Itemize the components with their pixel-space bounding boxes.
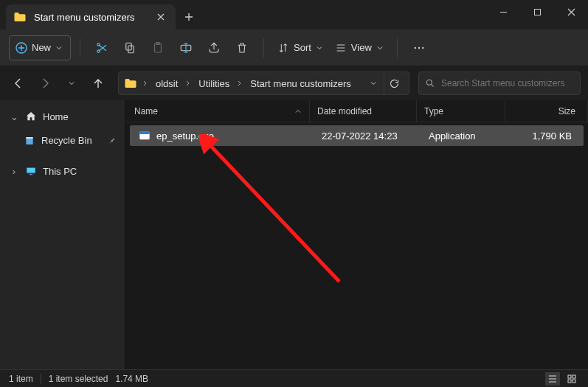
view-button[interactable]: View [331,35,388,60]
status-item-count: 1 item [9,374,33,384]
new-button[interactable]: New [9,35,71,60]
breadcrumb[interactable]: oldsit Utilities Start menu customizers [118,72,409,95]
svg-point-9 [414,46,415,48]
chevron-right-icon[interactable] [235,79,244,88]
cut-button[interactable] [89,35,114,60]
new-label: New [32,42,51,53]
toolbar: New Sort View [0,29,588,66]
maximize-button[interactable] [520,0,554,24]
recycle-bin-icon [24,134,35,146]
view-details-button[interactable] [545,372,560,386]
sidebar: ⌄ Home Recycle Bin › This PC [0,100,125,369]
breadcrumb-segment[interactable]: Start menu customizers [247,77,354,91]
file-date: 22-07-2022 14:23 [314,130,421,142]
window-controls [486,0,588,24]
folder-icon [123,76,138,91]
column-headers: Name Date modified Type Size [125,100,588,122]
column-header-type[interactable]: Type [417,100,505,122]
arrow-right-icon [39,77,51,89]
svg-rect-5 [128,46,134,53]
more-button[interactable] [407,35,432,60]
svg-point-12 [426,80,432,85]
svg-rect-21 [568,375,571,378]
svg-point-2 [97,43,100,45]
svg-rect-19 [139,132,149,134]
chevron-down-icon [316,44,323,52]
search-box[interactable] [418,72,581,95]
annotation-arrow [199,134,347,296]
close-button[interactable] [554,0,588,24]
sort-label: Sort [294,42,311,53]
svg-point-10 [418,46,420,48]
tab-active[interactable]: Start menu customizers [6,4,176,29]
view-thumbnails-button[interactable] [564,372,579,386]
title-bar: Start menu customizers [0,0,588,29]
sort-icon [277,42,289,54]
sidebar-item-home[interactable]: ⌄ Home [3,105,122,128]
chevron-down-icon [68,80,75,87]
more-icon [412,41,426,55]
breadcrumb-segment[interactable]: Utilities [196,77,232,91]
sort-asc-icon [294,108,302,115]
chevron-right-icon[interactable] [184,79,193,88]
column-header-date[interactable]: Date modified [310,100,417,122]
refresh-button[interactable] [384,73,404,94]
file-list-pane: Name Date modified Type Size ep_setup.ex… [125,100,588,369]
sidebar-item-thispc[interactable]: › This PC [3,159,122,183]
search-icon [425,78,435,88]
sidebar-item-recycle[interactable]: Recycle Bin [3,128,122,152]
sort-button[interactable]: Sort [273,35,328,60]
file-name: ep_setup.exe [156,130,214,142]
forward-button[interactable] [34,72,56,94]
status-selected: 1 item selected [49,374,108,384]
arrow-up-icon [92,77,104,89]
back-button[interactable] [7,72,30,94]
folder-icon [13,10,27,24]
chevron-down-icon [376,44,384,52]
chevron-right-icon[interactable]: › [9,166,19,177]
pin-icon [108,136,116,144]
pc-icon [25,165,37,177]
up-button[interactable] [87,72,109,94]
file-type: Application [421,130,510,142]
sidebar-label: This PC [43,166,77,177]
tab-close-button[interactable] [155,11,167,23]
breadcrumb-dropdown[interactable] [369,79,378,88]
svg-point-3 [97,49,100,52]
paste-button[interactable] [145,35,170,60]
file-row[interactable]: ep_setup.exe 22-07-2022 14:23 Applicatio… [130,125,584,146]
svg-rect-0 [534,9,540,15]
svg-rect-22 [573,375,575,378]
refresh-icon [389,78,400,89]
copy-button[interactable] [117,35,142,60]
arrow-left-icon [13,77,24,89]
tab-strip: Start menu customizers [0,0,176,29]
status-size: 1.74 MB [115,374,148,384]
svg-rect-4 [126,43,132,50]
new-tab-button[interactable] [176,4,202,29]
scissors-icon [95,41,108,55]
column-header-size[interactable]: Size [505,100,588,122]
breadcrumb-segment[interactable]: oldsit [153,77,181,91]
address-bar-row: oldsit Utilities Start menu customizers [0,66,588,100]
chevron-down-icon [55,44,63,52]
minimize-button[interactable] [486,0,520,24]
delete-button[interactable] [229,35,255,60]
svg-rect-17 [30,174,32,175]
recent-button[interactable] [60,72,83,94]
sidebar-label: Recycle Bin [41,135,92,146]
svg-rect-23 [568,380,571,383]
svg-point-11 [422,46,423,48]
trash-icon [235,41,249,55]
share-button[interactable] [201,35,226,60]
file-list[interactable]: ep_setup.exe 22-07-2022 14:23 Applicatio… [125,122,588,369]
search-input[interactable] [441,78,574,88]
svg-rect-24 [573,380,575,383]
status-bar: 1 item 1 item selected 1.74 MB [0,369,588,387]
column-header-name[interactable]: Name [125,100,310,122]
rename-button[interactable] [173,35,198,60]
chevron-right-icon[interactable] [141,79,150,88]
file-size: 1,790 KB [510,130,584,142]
copy-icon [123,41,136,55]
chevron-down-icon[interactable]: ⌄ [9,111,19,122]
